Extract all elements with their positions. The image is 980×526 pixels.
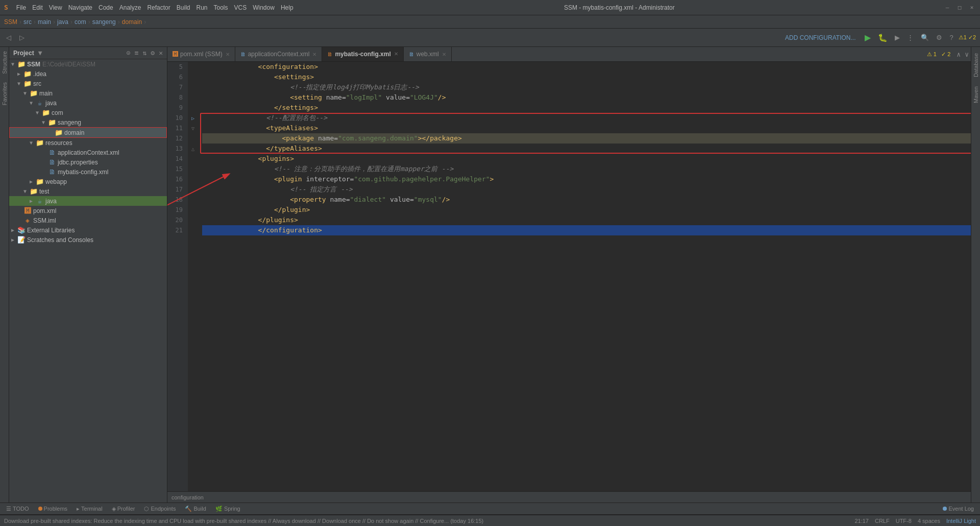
editor-tabs: 🅼 pom.xml (SSM) ✕ 🗎 applicationContext.x… — [167, 47, 971, 62]
navigate-menu[interactable]: Navigate — [66, 4, 94, 11]
tree-item-main[interactable]: ▼ 📁 main — [9, 88, 167, 98]
intellij-badge: IntelliJ Light — [946, 518, 976, 524]
analyze-menu[interactable]: Analyze — [117, 4, 143, 11]
tree-item-applicationcontext[interactable]: 🗎 applicationContext.xml — [9, 148, 167, 157]
tree-item-test-java[interactable]: ▶ ☕ java — [9, 196, 167, 206]
breadcrumb-com[interactable]: com — [75, 18, 86, 26]
tree-item-webapp[interactable]: ▶ 📁 webapp — [9, 177, 167, 186]
gutter-collapse-icon[interactable]: △ — [191, 146, 194, 152]
code-line-5: <configuration> — [202, 62, 971, 72]
run-menu[interactable]: Run — [194, 4, 209, 11]
gutter-expand-icon[interactable]: ▽ — [191, 126, 194, 131]
add-configuration-button[interactable]: ADD CONFIGURATION... — [781, 33, 860, 42]
collapse-editor-icon[interactable]: ∧ — [954, 51, 963, 58]
tools-menu[interactable]: Tools — [211, 4, 230, 11]
close-button[interactable]: ✕ — [968, 4, 976, 12]
code-menu[interactable]: Code — [96, 4, 115, 11]
tree-item-external-libraries[interactable]: ▶ 📚 External Libraries — [9, 225, 167, 235]
editor-content[interactable]: 5 6 7 8 9 10 11 12 13 14 15 16 17 18 19 … — [167, 62, 971, 491]
project-tree: ▼ 📁 SSM E:\Code\IDEA\SSM ▶ 📁 .idea ▼ 📁 s… — [9, 59, 167, 245]
tree-item-java[interactable]: ▼ ☕ java — [9, 98, 167, 108]
debug-button[interactable]: 🐛 — [876, 32, 890, 43]
search-everywhere-button[interactable]: 🔍 — [919, 33, 931, 42]
code-area[interactable]: <configuration> <settings> <!--指定使用log4j… — [198, 62, 971, 491]
tree-item-test[interactable]: ▼ 📁 test — [9, 186, 167, 196]
run-button[interactable]: ▶ — [863, 32, 873, 43]
endpoints-tab[interactable]: ⬡ Endpoints — [140, 505, 180, 513]
project-label: Project — [13, 50, 34, 57]
favorites-tab[interactable]: Favorites — [1, 78, 9, 109]
sidebar-expand-icon[interactable]: ⇅ — [143, 49, 147, 57]
navigate-forward-button[interactable]: ▷ — [17, 33, 27, 42]
maximize-button[interactable]: □ — [955, 4, 964, 12]
encoding[interactable]: UTF-8 — [896, 518, 912, 524]
file-menu[interactable]: File — [14, 4, 28, 11]
tree-item-src[interactable]: ▼ 📁 src — [9, 79, 167, 88]
breadcrumb-domain[interactable]: domain — [122, 18, 142, 26]
settings-button[interactable]: ⚙ — [934, 33, 944, 42]
tab-pom-xml[interactable]: 🅼 pom.xml (SSM) ✕ — [167, 47, 235, 61]
spring-tab[interactable]: 🌿 Spring — [211, 505, 244, 513]
expand-editor-icon[interactable]: ∨ — [963, 51, 971, 58]
left-panel: Structure Favorites — [0, 47, 9, 503]
window-menu[interactable]: Window — [251, 4, 277, 11]
tree-item-com[interactable]: ▼ 📁 com — [9, 108, 167, 117]
tree-item-jdbc-properties[interactable]: 🗎 jdbc.properties — [9, 157, 167, 167]
problems-tab[interactable]: Problems — [34, 505, 71, 513]
maven-tab[interactable]: Maven — [972, 82, 980, 107]
tree-item-mybatis-config[interactable]: 🗎 mybatis-config.xml — [9, 167, 167, 177]
indent[interactable]: 4 spaces — [918, 518, 940, 524]
profiler-tab[interactable]: ◈ Profiler — [108, 505, 139, 513]
terminal-tab[interactable]: ▸ Terminal — [72, 505, 107, 513]
titlebar-left: S File Edit View Navigate Code Analyze R… — [4, 4, 296, 11]
tab-close-web[interactable]: ✕ — [442, 52, 446, 57]
tree-item-ssm[interactable]: ▼ 📁 SSM E:\Code\IDEA\SSM — [9, 59, 167, 69]
breadcrumb-src[interactable]: src — [23, 18, 32, 26]
tree-item-domain[interactable]: 📁 domain — [9, 127, 167, 138]
breadcrumb-ssm[interactable]: SSM — [4, 18, 17, 26]
tab-applicationcontext[interactable]: 🗎 applicationContext.xml ✕ — [235, 47, 323, 61]
event-log-tab[interactable]: Event Log — [939, 505, 978, 513]
minimize-button[interactable]: — — [943, 4, 951, 12]
tree-item-scratches[interactable]: ▶ 📝 Scratches and Consoles — [9, 235, 167, 245]
tab-close-pom[interactable]: ✕ — [226, 52, 230, 57]
sidebar-collapse-icon[interactable]: ≡ — [135, 49, 139, 57]
sidebar-settings-icon[interactable]: ⚙ — [151, 49, 155, 57]
tree-item-resources[interactable]: ▼ 📁 resources — [9, 138, 167, 148]
breadcrumb-main[interactable]: main — [38, 18, 51, 26]
sidebar-close-icon[interactable]: ✕ — [159, 49, 163, 57]
code-line-19: </plugin> — [202, 205, 971, 215]
help-button[interactable]: ? — [947, 33, 955, 42]
tab-close-mybatis[interactable]: ✕ — [394, 51, 398, 57]
status-right: 21:17 CRLF UTF-8 4 spaces IntelliJ Light — [854, 518, 976, 524]
line-ending[interactable]: CRLF — [875, 518, 890, 524]
project-sidebar: Project ▼ ⊙ ≡ ⇅ ⚙ ✕ ▼ 📁 SSM E:\Code\IDEA… — [9, 47, 167, 503]
help-menu[interactable]: Help — [279, 4, 296, 11]
structure-tab[interactable]: Structure — [1, 47, 9, 78]
more-run-options-button[interactable]: ⋮ — [905, 33, 916, 42]
build-menu[interactable]: Build — [175, 4, 192, 11]
titlebar: S File Edit View Navigate Code Analyze R… — [0, 0, 980, 15]
breadcrumb-sangeng[interactable]: sangeng — [92, 18, 116, 26]
database-tab[interactable]: Database — [972, 49, 980, 81]
tab-close-appctx[interactable]: ✕ — [312, 52, 316, 57]
breadcrumb-java[interactable]: java — [57, 18, 68, 26]
run-with-coverage-button[interactable]: ▶ — [893, 33, 902, 42]
todo-tab[interactable]: ☰ TODO — [2, 505, 33, 513]
tab-web-xml[interactable]: 🗎 web.xml ✕ — [404, 47, 452, 61]
tree-item-sangeng[interactable]: ▼ 📁 sangeng — [9, 117, 167, 127]
tree-item-idea[interactable]: ▶ 📁 .idea — [9, 69, 167, 79]
code-line-13: </typeAliases> — [202, 144, 971, 154]
sidebar-locate-icon[interactable]: ⊙ — [127, 49, 131, 57]
refactor-menu[interactable]: Refactor — [145, 4, 172, 11]
view-menu[interactable]: View — [47, 4, 64, 11]
build-tab[interactable]: 🔨 Build — [181, 505, 210, 513]
code-line-6: <settings> — [202, 72, 971, 82]
tree-item-pom[interactable]: 🅼 pom.xml — [9, 206, 167, 216]
tree-item-ssm-iml[interactable]: ◈ SSM.iml — [9, 216, 167, 225]
tab-mybatis-config[interactable]: 🗎 mybatis-config.xml ✕ — [322, 47, 403, 61]
edit-menu[interactable]: Edit — [30, 4, 45, 11]
vcs-menu[interactable]: VCS — [232, 4, 249, 11]
navigate-back-button[interactable]: ◁ — [4, 33, 13, 42]
code-line-11: <typeAliases> — [202, 123, 971, 133]
